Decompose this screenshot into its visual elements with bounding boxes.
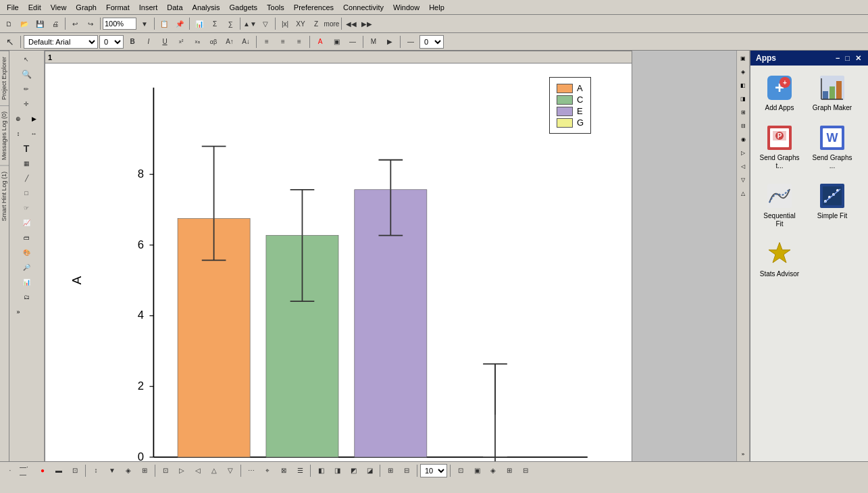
- stats-btn[interactable]: Σ: [207, 16, 222, 31]
- nudge-tool[interactable]: ↕: [11, 126, 26, 141]
- text-tool[interactable]: T: [11, 141, 42, 156]
- bt-9[interactable]: ⊞: [137, 463, 152, 478]
- bt-14[interactable]: ▽: [223, 463, 238, 478]
- menu-help[interactable]: Help: [425, 2, 449, 13]
- alpha-btn[interactable]: αβ: [206, 34, 221, 49]
- menu-gadgets[interactable]: Gadgets: [226, 2, 262, 13]
- project-explorer-tab[interactable]: Project Explorer: [0, 51, 9, 105]
- macro2-btn[interactable]: ▶: [382, 34, 397, 49]
- rect-tool[interactable]: □: [11, 186, 42, 201]
- pointer-btn[interactable]: ↖: [3, 34, 18, 49]
- connectors-expand[interactable]: »: [737, 448, 749, 460]
- menu-preferences[interactable]: Preferences: [290, 2, 338, 13]
- underline-btn[interactable]: U: [157, 34, 172, 49]
- bt-2[interactable]: —·—: [19, 463, 34, 478]
- resize-tool[interactable]: ↔: [26, 126, 41, 141]
- bt-16[interactable]: ⌖: [260, 463, 275, 478]
- menu-tools[interactable]: Tools: [263, 2, 288, 13]
- nav-left[interactable]: ◀◀: [344, 16, 359, 31]
- extra2[interactable]: XY: [293, 16, 308, 31]
- line-size-select[interactable]: 0: [419, 35, 444, 49]
- open-btn[interactable]: 📂: [17, 16, 32, 31]
- bt-28[interactable]: ⊞: [502, 463, 517, 478]
- bt-12[interactable]: ◁: [190, 463, 205, 478]
- bt-25[interactable]: ⊡: [453, 463, 468, 478]
- r-btn-9[interactable]: ◁: [737, 160, 749, 172]
- bt-11[interactable]: ▷: [174, 463, 189, 478]
- draw-tool[interactable]: ✏: [11, 82, 42, 97]
- extra-tool[interactable]: 🗂: [11, 290, 42, 305]
- bt-18[interactable]: ☰: [292, 463, 307, 478]
- r-btn-4[interactable]: ◨: [737, 93, 749, 105]
- bt-22[interactable]: ◪: [362, 463, 377, 478]
- r-btn-6[interactable]: ⊟: [737, 120, 749, 132]
- zoom-tool[interactable]: 🔍: [11, 67, 42, 82]
- r-btn-8[interactable]: ▷: [737, 147, 749, 159]
- select-tool[interactable]: ↖: [11, 52, 42, 67]
- font-dn-btn[interactable]: A↓: [238, 34, 253, 49]
- menu-data[interactable]: Data: [163, 2, 186, 13]
- bt-20[interactable]: ◨: [330, 463, 344, 478]
- bt-3[interactable]: ●: [35, 463, 50, 478]
- subscript-btn[interactable]: x₂: [190, 34, 205, 49]
- bt-19[interactable]: ◧: [313, 463, 328, 478]
- bt-4[interactable]: ▬: [51, 463, 66, 478]
- send-graphs-ppt-item[interactable]: P Send Graphs t...: [756, 121, 803, 174]
- extra1[interactable]: |x|: [278, 16, 292, 31]
- simple-fit-item[interactable]: Simple Fit: [809, 179, 856, 232]
- save-btn[interactable]: 💾: [32, 16, 47, 31]
- send-graphs-word-item[interactable]: W Send Graphs ...: [809, 121, 856, 174]
- r-btn-11[interactable]: △: [737, 187, 749, 199]
- extra3[interactable]: Z: [309, 16, 324, 31]
- menu-edit[interactable]: Edit: [24, 2, 45, 13]
- chart-tool[interactable]: 📊: [11, 275, 42, 290]
- more-btn[interactable]: more: [324, 16, 339, 31]
- hand-tool[interactable]: ☞: [11, 201, 42, 215]
- graph-link-tool[interactable]: 📈: [11, 215, 42, 230]
- line-color[interactable]: —: [345, 34, 360, 49]
- menu-graph[interactable]: Graph: [72, 2, 101, 13]
- apps-restore-btn[interactable]: □: [844, 54, 851, 63]
- superscript-btn[interactable]: x²: [174, 34, 188, 49]
- color-tool[interactable]: 🎨: [11, 245, 42, 260]
- r-btn-1[interactable]: ▣: [737, 52, 749, 64]
- menu-insert[interactable]: Insert: [135, 2, 162, 13]
- bt-5[interactable]: ⊡: [68, 463, 82, 478]
- macro-btn[interactable]: M: [366, 34, 381, 49]
- arrow-left-tool[interactable]: ⊕: [11, 111, 26, 126]
- data-tool[interactable]: 🗃: [11, 230, 42, 245]
- magnifier-tool[interactable]: 🔎: [11, 260, 42, 275]
- fill-color[interactable]: ▣: [329, 34, 344, 49]
- messages-log-tab[interactable]: Messages Log (0): [0, 105, 9, 165]
- r-btn-3[interactable]: ◧: [737, 79, 749, 91]
- bt-10[interactable]: ⊡: [158, 463, 173, 478]
- r-btn-10[interactable]: ▽: [737, 174, 749, 186]
- bt-17[interactable]: ⊠: [276, 463, 291, 478]
- sort-btn[interactable]: ▲▼: [242, 16, 257, 31]
- sequential-fit-item[interactable]: Sequential Fit: [756, 179, 803, 232]
- col-stats-btn[interactable]: ∑: [223, 16, 238, 31]
- apps-minimize-btn[interactable]: −: [834, 54, 841, 63]
- bt-26[interactable]: ▣: [469, 463, 484, 478]
- bt-21[interactable]: ◩: [346, 463, 361, 478]
- align-left[interactable]: ≡: [259, 34, 274, 49]
- font-size-select[interactable]: 0: [99, 35, 124, 49]
- expand-tool[interactable]: »: [11, 305, 26, 319]
- bt-29[interactable]: ⊟: [518, 463, 533, 478]
- arrow-right-tool[interactable]: ▶: [26, 111, 41, 126]
- r-btn-7[interactable]: ◉: [737, 133, 749, 145]
- graph-content[interactable]: A C E G: [45, 63, 632, 461]
- menu-analysis[interactable]: Analysis: [188, 2, 224, 13]
- graph-btn[interactable]: 📊: [192, 16, 207, 31]
- font-select[interactable]: Default: Arial: [24, 35, 98, 49]
- add-apps-item[interactable]: + + Add Apps: [756, 71, 803, 115]
- bt-8[interactable]: ◈: [121, 463, 136, 478]
- italic-btn[interactable]: I: [141, 34, 156, 49]
- menu-file[interactable]: File: [3, 2, 23, 13]
- font-up-btn[interactable]: A↑: [222, 34, 237, 49]
- smart-hint-tab[interactable]: Smart Hint Log (1): [0, 165, 9, 227]
- nav-right[interactable]: ▶▶: [359, 16, 374, 31]
- bt-1[interactable]: ·: [3, 463, 18, 478]
- line-tool[interactable]: ╱: [11, 171, 42, 186]
- zoom-input[interactable]: [103, 18, 136, 30]
